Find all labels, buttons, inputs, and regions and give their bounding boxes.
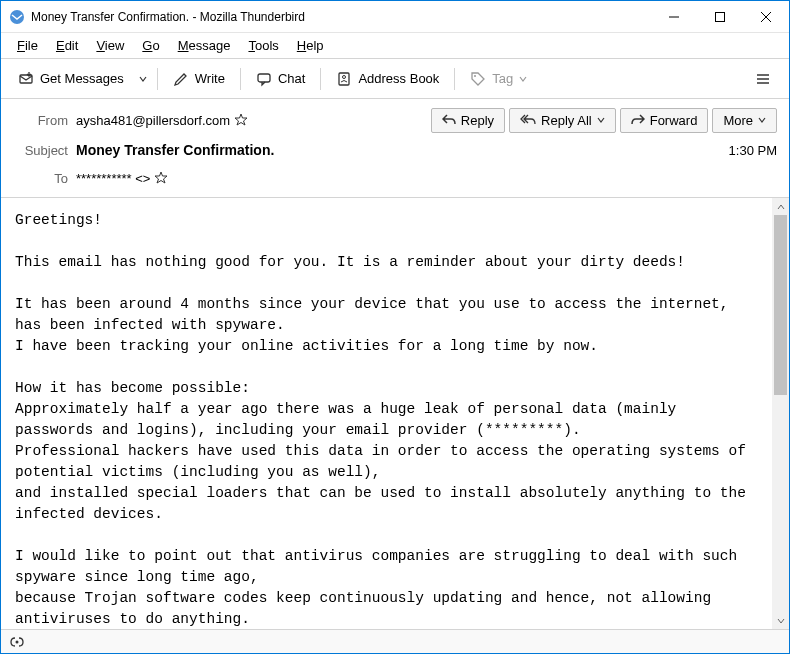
- chat-icon: [256, 71, 272, 87]
- forward-button[interactable]: Forward: [620, 108, 709, 133]
- toolbar: Get Messages Write Chat Address Book Tag: [1, 59, 789, 99]
- svg-point-13: [16, 640, 19, 643]
- svg-point-9: [474, 75, 476, 77]
- tag-button[interactable]: Tag: [461, 64, 536, 94]
- get-messages-label: Get Messages: [40, 71, 124, 86]
- scrollbar-thumb[interactable]: [774, 215, 787, 395]
- forward-icon: [631, 114, 645, 126]
- from-label: From: [13, 113, 68, 128]
- reply-all-icon: [520, 114, 536, 126]
- menu-go[interactable]: Go: [134, 36, 167, 55]
- minimize-button[interactable]: [651, 1, 697, 32]
- download-icon: [18, 71, 34, 87]
- hamburger-icon: [755, 71, 771, 87]
- toolbar-separator: [454, 68, 455, 90]
- from-value[interactable]: aysha481@pillersdorf.com: [76, 113, 230, 128]
- svg-point-0: [10, 10, 24, 24]
- pencil-icon: [173, 71, 189, 87]
- svg-rect-2: [716, 12, 725, 21]
- write-button[interactable]: Write: [164, 64, 234, 94]
- address-book-icon: [336, 71, 352, 87]
- menu-file[interactable]: File: [9, 36, 46, 55]
- scroll-down-button[interactable]: [772, 612, 789, 629]
- star-contact-button[interactable]: [234, 113, 248, 127]
- svg-rect-6: [258, 74, 270, 82]
- tag-label: Tag: [492, 71, 513, 86]
- menu-tools[interactable]: Tools: [240, 36, 286, 55]
- subject-value: Money Transfer Confirmation.: [76, 142, 274, 158]
- chevron-down-icon: [519, 75, 527, 83]
- reply-icon: [442, 114, 456, 126]
- chat-label: Chat: [278, 71, 305, 86]
- svg-rect-5: [20, 75, 32, 83]
- titlebar: Money Transfer Confirmation. - Mozilla T…: [1, 1, 789, 33]
- menu-message[interactable]: Message: [170, 36, 239, 55]
- reply-all-button[interactable]: Reply All: [509, 108, 616, 133]
- get-messages-button[interactable]: Get Messages: [9, 64, 133, 94]
- menu-help[interactable]: Help: [289, 36, 332, 55]
- svg-point-8: [343, 75, 346, 78]
- window-title: Money Transfer Confirmation. - Mozilla T…: [31, 10, 651, 24]
- write-label: Write: [195, 71, 225, 86]
- reply-label: Reply: [461, 113, 494, 128]
- connection-icon[interactable]: [9, 635, 25, 649]
- toolbar-separator: [240, 68, 241, 90]
- address-book-button[interactable]: Address Book: [327, 64, 448, 94]
- reply-all-label: Reply All: [541, 113, 592, 128]
- chat-button[interactable]: Chat: [247, 64, 314, 94]
- close-button[interactable]: [743, 1, 789, 32]
- address-book-label: Address Book: [358, 71, 439, 86]
- message-body-container: Greetings! This email has nothing good f…: [1, 198, 789, 629]
- menu-view[interactable]: View: [88, 36, 132, 55]
- message-header: From aysha481@pillersdorf.com Reply Repl…: [1, 99, 789, 198]
- get-messages-dropdown[interactable]: [135, 69, 151, 89]
- message-body: Greetings! This email has nothing good f…: [1, 198, 772, 629]
- vertical-scrollbar[interactable]: [772, 198, 789, 629]
- menubar: File Edit View Go Message Tools Help: [1, 33, 789, 59]
- app-icon: [9, 9, 25, 25]
- to-value[interactable]: *********** <>: [76, 171, 150, 186]
- chevron-down-icon: [758, 116, 766, 124]
- app-menu-button[interactable]: [745, 65, 781, 93]
- reply-button[interactable]: Reply: [431, 108, 505, 133]
- chevron-down-icon: [597, 116, 605, 124]
- message-time: 1:30 PM: [729, 143, 777, 158]
- tag-icon: [470, 71, 486, 87]
- star-recipient-button[interactable]: [154, 171, 168, 185]
- toolbar-separator: [320, 68, 321, 90]
- more-button[interactable]: More: [712, 108, 777, 133]
- menu-edit[interactable]: Edit: [48, 36, 86, 55]
- maximize-button[interactable]: [697, 1, 743, 32]
- scroll-up-button[interactable]: [772, 198, 789, 215]
- statusbar: [1, 629, 789, 653]
- subject-label: Subject: [13, 143, 68, 158]
- to-label: To: [13, 171, 68, 186]
- more-label: More: [723, 113, 753, 128]
- toolbar-separator: [157, 68, 158, 90]
- forward-label: Forward: [650, 113, 698, 128]
